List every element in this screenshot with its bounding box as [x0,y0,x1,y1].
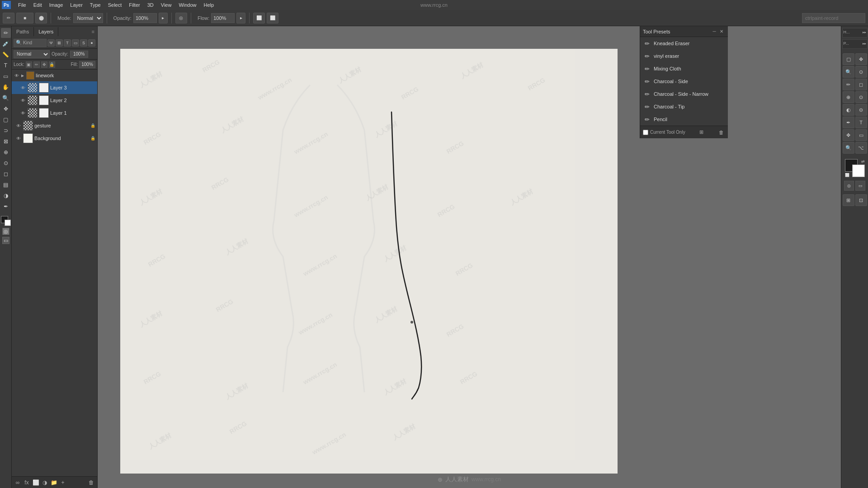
eraser-right-tool[interactable]: ◻ [855,79,867,90]
shape-right-tool[interactable]: ▭ [855,129,867,141]
wand-right-tool[interactable]: ⌥ [855,142,867,154]
menu-select[interactable]: Select [104,1,126,9]
move-right-tool[interactable]: ✥ [843,129,854,141]
lock-position-btn[interactable]: ✥ [41,61,47,68]
menu-view[interactable]: View [157,1,175,9]
fx-btn[interactable]: fx [23,479,31,487]
heal-right-tool[interactable]: ⊙ [855,91,867,103]
brush-size-btn[interactable]: ■ [16,13,33,23]
add-mask-btn[interactable]: ⬜ [32,479,40,487]
foreground-color[interactable] [1,216,11,226]
screen-mode-btn[interactable]: ▭ [2,237,9,244]
eye-icon-gesture[interactable]: 👁 [15,122,22,129]
fill-value[interactable] [79,61,95,68]
burn-tool[interactable]: ◑ [1,191,11,201]
preset-delete-btn[interactable]: 🗑 [718,129,725,136]
filter-smart-btn[interactable]: S [80,39,87,47]
opacity-toggle-btn[interactable]: ▸ [159,13,168,23]
preset-item-pencil[interactable]: ✏ Pencil [640,113,728,126]
layer-row-layer1[interactable]: 👁 Layer 1 [12,107,97,119]
preset-item-charcoal-side-narrow[interactable]: ✏ Charcoal - Side - Narrow [640,88,728,100]
brush-tool[interactable]: ✏ [1,28,11,38]
search-right-tool[interactable]: 🔍 [843,142,854,154]
filter-adjust-btn[interactable]: ⊠ [56,39,63,47]
filter-toggle-btn[interactable]: ● [88,39,95,47]
layer-row-gesture[interactable]: 👁 gesture 🔒 [12,119,97,132]
filter-text-btn[interactable]: T [64,39,71,47]
gradient-tool[interactable]: ▤ [1,180,11,190]
delete-layer-btn[interactable]: 🗑 [87,479,95,487]
heal-tool[interactable]: ⊕ [1,147,11,157]
preset-item-charcoal-tip[interactable]: ✏ Charcoal - Tip [640,100,728,113]
current-tool-checkbox[interactable] [643,130,648,135]
text-tool[interactable]: T [1,61,11,70]
crop-tool[interactable]: ⊠ [1,136,11,146]
preset-item-mixing-cloth[interactable]: ✏ Mixing Cloth [640,62,728,75]
menu-window[interactable]: Window [175,1,200,9]
eye-icon-layer2[interactable]: 👁 [20,97,26,103]
panel-collapse-btn[interactable]: ≡ [89,27,97,36]
preset-close-btn[interactable]: ✕ [718,28,725,35]
eraser-tool[interactable]: ◻ [1,169,11,179]
search-input[interactable] [802,13,865,23]
adjustment-btn[interactable]: ◑ [41,479,49,487]
zoom-tool[interactable]: 🔍 [1,93,11,103]
bottom-right-tool[interactable]: ⊡ [855,194,867,206]
background-swatch[interactable] [852,164,865,177]
flow-toggle-btn[interactable]: ▸ [236,13,245,23]
brush-tool-btn[interactable]: ✏ [3,13,14,23]
filter-type-btn[interactable]: Ψ [47,39,55,47]
brush-right-tool[interactable]: ✏ [843,79,854,90]
lock-paint-btn[interactable]: ✏ [33,61,40,68]
tablet-btn2[interactable]: ⬜ [267,13,278,23]
menu-filter[interactable]: Filter [125,1,143,9]
zoom-in-right-tool[interactable]: 🔍 [843,66,854,78]
lock-transparent-btn[interactable]: ▣ [26,61,32,68]
clone-right-tool[interactable]: ⊕ [843,91,854,103]
preset-minimize-btn[interactable]: ─ [711,28,718,35]
color-panel-expand[interactable]: ▸▸ [863,30,866,34]
layer-group-linework[interactable]: 👁 ▶ linework [12,70,97,81]
swatches-expand[interactable]: ▸▸ [863,42,866,46]
menu-edit[interactable]: Edit [30,1,46,9]
tab-layers[interactable]: Layers [34,27,58,36]
eye-icon-layer1[interactable]: 👁 [20,110,26,116]
opacity-input[interactable] [133,13,157,23]
link-layers-btn[interactable]: ∞ [14,479,22,487]
layer-row-background[interactable]: 👁 Background 🔒 [12,132,97,145]
flow-input[interactable] [211,13,235,23]
bottom-left-tool[interactable]: ⊞ [843,194,854,206]
preset-item-charcoal-side[interactable]: ✏ Charcoal - Side [640,75,728,88]
preset-settings-btn[interactable]: ⊞ [698,129,705,136]
opacity-value[interactable] [70,51,88,58]
layer-row-layer2[interactable]: 👁 Layer 2 [12,94,97,107]
quick-mask-btn[interactable]: ◎ [2,228,9,235]
menu-file[interactable]: File [14,1,30,9]
preset-item-vinyl-eraser[interactable]: ✏ vinyl eraser [640,50,728,62]
screen-mode-icon[interactable]: ▭ [855,181,865,191]
pen-right-tool[interactable]: ✒ [843,117,854,128]
mode-select[interactable]: Normal [73,13,103,23]
shape-tool[interactable]: ▭ [1,71,11,81]
eye-icon-background[interactable]: 👁 [15,135,22,141]
text-right-tool[interactable]: T [855,117,867,128]
layer-search[interactable]: 🔍 Kind [14,39,47,47]
menu-layer[interactable]: Layer [66,1,86,9]
quick-mask-icon[interactable]: ◎ [844,181,854,191]
zoom-out-right-tool[interactable]: ⊙ [855,66,867,78]
new-layer-btn[interactable]: + [59,479,67,487]
swap-colors-btn[interactable]: ⇄ [861,159,865,164]
eye-icon-linework[interactable]: 👁 [14,72,20,79]
airbrush-btn[interactable]: ◎ [175,13,187,23]
new-group-btn[interactable]: 📁 [50,479,58,487]
hand-tool[interactable]: ✋ [1,82,11,92]
ruler-tool[interactable]: 📏 [1,50,11,60]
move-tool[interactable]: ✥ [1,104,11,114]
rect-select-right-tool[interactable]: ▢ [843,53,854,65]
blend-mode-select[interactable]: Normal [14,50,50,58]
dodge-right-tool[interactable]: ◐ [843,104,854,116]
menu-type[interactable]: Type [86,1,104,9]
eye-icon-layer3[interactable]: 👁 [20,84,26,91]
lock-all-btn[interactable]: 🔒 [49,61,55,68]
select-tool[interactable]: ▢ [1,115,11,125]
